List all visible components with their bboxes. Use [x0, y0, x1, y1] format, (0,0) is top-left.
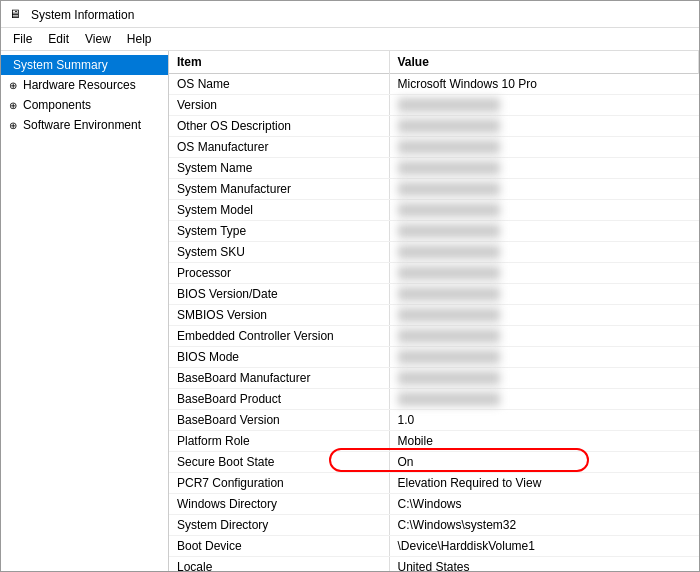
table-row: BaseBoard Manufacturer████████████ — [169, 368, 699, 389]
table-row: Other OS Description████████████ — [169, 116, 699, 137]
table-cell-value: ████████████ — [389, 179, 699, 200]
table-row: Embedded Controller Version████████████ — [169, 326, 699, 347]
column-header-value: Value — [389, 51, 699, 74]
table-cell-value: On — [389, 452, 699, 473]
table-cell-value: ████████████ — [389, 221, 699, 242]
sidebar-label-software-environment: Software Environment — [23, 118, 141, 132]
table-cell-value: ████████████ — [389, 200, 699, 221]
table-cell-item: Locale — [169, 557, 389, 572]
table-cell-value: ████████████ — [389, 347, 699, 368]
table-cell-item: System Model — [169, 200, 389, 221]
table-cell-item: Embedded Controller Version — [169, 326, 389, 347]
table-cell-item: SMBIOS Version — [169, 305, 389, 326]
sidebar-label-system-summary: System Summary — [13, 58, 108, 72]
table-cell-item: Platform Role — [169, 431, 389, 452]
sidebar: System Summary ⊕ Hardware Resources ⊕ Co… — [1, 51, 169, 571]
table-row: OS Manufacturer████████████ — [169, 137, 699, 158]
table-cell-item: System Manufacturer — [169, 179, 389, 200]
table-row: Windows DirectoryC:\Windows — [169, 494, 699, 515]
table-row: PCR7 ConfigurationElevation Required to … — [169, 473, 699, 494]
table-cell-value: C:\Windows — [389, 494, 699, 515]
table-cell-value: ████████████ — [389, 137, 699, 158]
table-row: System Name████████████ — [169, 158, 699, 179]
table-row: System SKU████████████ — [169, 242, 699, 263]
table-row: System Type████████████ — [169, 221, 699, 242]
table-row: Secure Boot StateOn — [169, 452, 699, 473]
table-cell-value: United States — [389, 557, 699, 572]
sidebar-item-hardware-resources[interactable]: ⊕ Hardware Resources — [1, 75, 168, 95]
table-row: BIOS Version/Date████████████ — [169, 284, 699, 305]
table-cell-value: 1.0 — [389, 410, 699, 431]
table-row: BIOS Mode████████████ — [169, 347, 699, 368]
menu-file[interactable]: File — [5, 30, 40, 48]
window-title: System Information — [31, 8, 134, 22]
menu-bar: File Edit View Help — [1, 28, 699, 51]
app-icon: 🖥 — [9, 7, 25, 23]
table-cell-item: BaseBoard Product — [169, 389, 389, 410]
expand-icon-components: ⊕ — [9, 100, 17, 111]
menu-view[interactable]: View — [77, 30, 119, 48]
table-row: BaseBoard Product████████████ — [169, 389, 699, 410]
sidebar-item-components[interactable]: ⊕ Components — [1, 95, 168, 115]
table-cell-value: Microsoft Windows 10 Pro — [389, 74, 699, 95]
table-cell-item: System Type — [169, 221, 389, 242]
system-information-window: 🖥 System Information File Edit View Help… — [0, 0, 700, 572]
table-cell-item: Windows Directory — [169, 494, 389, 515]
table-cell-item: BaseBoard Manufacturer — [169, 368, 389, 389]
table-row: Boot Device\Device\HarddiskVolume1 — [169, 536, 699, 557]
sidebar-item-system-summary[interactable]: System Summary — [1, 55, 168, 75]
sidebar-label-components: Components — [23, 98, 91, 112]
title-bar: 🖥 System Information — [1, 1, 699, 28]
table-cell-value: ████████████ — [389, 263, 699, 284]
system-info-table: Item Value OS NameMicrosoft Windows 10 P… — [169, 51, 699, 571]
table-row: LocaleUnited States — [169, 557, 699, 572]
table-cell-value: ████████████ — [389, 116, 699, 137]
table-cell-item: BIOS Version/Date — [169, 284, 389, 305]
table-cell-item: System SKU — [169, 242, 389, 263]
content-area: System Summary ⊕ Hardware Resources ⊕ Co… — [1, 51, 699, 571]
table-cell-value: ████████████ — [389, 389, 699, 410]
table-cell-value: Mobile — [389, 431, 699, 452]
expand-icon-software: ⊕ — [9, 120, 17, 131]
table-row: System Model████████████ — [169, 200, 699, 221]
table-cell-item: PCR7 Configuration — [169, 473, 389, 494]
table-cell-value: ████████████ — [389, 305, 699, 326]
table-cell-item: Other OS Description — [169, 116, 389, 137]
table-cell-item: Secure Boot State — [169, 452, 389, 473]
table-cell-item: System Directory — [169, 515, 389, 536]
menu-edit[interactable]: Edit — [40, 30, 77, 48]
table-cell-value: C:\Windows\system32 — [389, 515, 699, 536]
table-cell-item: Version — [169, 95, 389, 116]
table-cell-item: System Name — [169, 158, 389, 179]
table-row: Version████████████ — [169, 95, 699, 116]
table-cell-item: BaseBoard Version — [169, 410, 389, 431]
table-row: Platform RoleMobile — [169, 431, 699, 452]
sidebar-label-hardware-resources: Hardware Resources — [23, 78, 136, 92]
table-cell-value: ████████████ — [389, 242, 699, 263]
sidebar-item-software-environment[interactable]: ⊕ Software Environment — [1, 115, 168, 135]
table-cell-item: OS Manufacturer — [169, 137, 389, 158]
table-cell-item: Boot Device — [169, 536, 389, 557]
table-cell-value: ████████████ — [389, 158, 699, 179]
table-row: System Manufacturer████████████ — [169, 179, 699, 200]
table-cell-value: Elevation Required to View — [389, 473, 699, 494]
table-row: Processor████████████ — [169, 263, 699, 284]
table-cell-value: ████████████ — [389, 284, 699, 305]
menu-help[interactable]: Help — [119, 30, 160, 48]
column-header-item: Item — [169, 51, 389, 74]
table-row: SMBIOS Version████████████ — [169, 305, 699, 326]
expand-icon-hardware: ⊕ — [9, 80, 17, 91]
table-cell-value: ████████████ — [389, 326, 699, 347]
table-cell-item: OS Name — [169, 74, 389, 95]
table-row: OS NameMicrosoft Windows 10 Pro — [169, 74, 699, 95]
table-cell-value: \Device\HarddiskVolume1 — [389, 536, 699, 557]
table-row: BaseBoard Version1.0 — [169, 410, 699, 431]
table-cell-item: BIOS Mode — [169, 347, 389, 368]
table-cell-item: Processor — [169, 263, 389, 284]
main-content: Item Value OS NameMicrosoft Windows 10 P… — [169, 51, 699, 571]
table-header-row: Item Value — [169, 51, 699, 74]
table-row: System DirectoryC:\Windows\system32 — [169, 515, 699, 536]
table-cell-value: ████████████ — [389, 95, 699, 116]
table-cell-value: ████████████ — [389, 368, 699, 389]
